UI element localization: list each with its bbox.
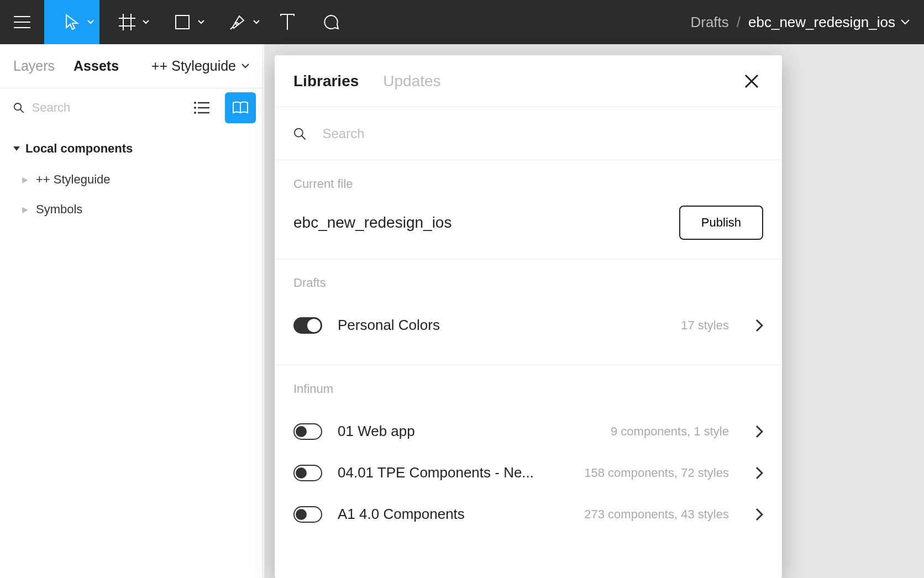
chevron-down-icon [242,64,249,69]
left-panel-tabs: Layers Assets ++ Styleguide [0,44,262,88]
svg-point-1 [14,103,21,110]
tab-updates[interactable]: Updates [383,72,440,90]
modal-search-row [275,107,782,160]
list-icon [194,102,209,114]
tree-item-label: Symbols [36,202,82,217]
svg-rect-0 [176,15,189,29]
breadcrumb-sep: / [737,14,741,31]
tree-item[interactable]: ▶ Symbols [0,195,262,224]
tab-libraries[interactable]: Libraries [293,72,359,90]
tree-item-label: ++ Styleguide [36,172,111,187]
library-meta: 158 components, 72 styles [584,466,740,480]
library-row[interactable]: 01 Web app 9 components, 1 style [293,411,763,452]
library-row[interactable]: Personal Colors 17 styles [293,304,763,346]
svg-point-5 [295,128,303,136]
frame-tool[interactable] [99,0,155,44]
chevron-right-icon: ▶ [22,175,28,184]
chevron-down-icon [143,20,149,24]
assets-search-row [0,88,262,127]
page-selector[interactable]: ++ Styleguide [151,58,249,74]
move-tool[interactable] [44,0,99,44]
chevron-right-icon [755,466,763,480]
left-panel: Layers Assets ++ Styleguide Local compon… [0,44,263,578]
section-title-label: Local components [25,141,133,156]
chevron-down-icon [87,20,94,24]
chevron-right-icon [755,425,763,438]
libraries-modal: Libraries Updates Current file ebc_new_r… [275,55,782,578]
toolbar: Drafts / ebc_new_redesign_ios [0,0,924,44]
library-toggle[interactable] [293,465,322,481]
close-button[interactable] [740,70,763,93]
comment-tool[interactable] [309,0,354,44]
menu-button[interactable] [0,0,44,44]
current-file-name: ebc_new_redesign_ios [293,214,664,232]
section-label: Current file [293,177,763,191]
text-tool[interactable] [265,0,309,44]
tab-layers[interactable]: Layers [13,58,55,74]
search-icon [13,102,24,114]
view-list-button[interactable] [186,92,217,123]
tree-item[interactable]: ▶ ++ Styleguide [0,165,262,195]
svg-point-2 [194,102,196,104]
chevron-down-icon [253,20,260,24]
chevron-right-icon [755,319,763,332]
publish-button[interactable]: Publish [679,206,763,240]
library-toggle[interactable] [293,506,322,523]
breadcrumb-root[interactable]: Drafts [690,14,728,31]
chevron-right-icon [755,508,763,521]
group-label: Drafts [293,276,763,290]
modal-body[interactable]: Current file ebc_new_redesign_ios Publis… [275,160,782,578]
tab-assets[interactable]: Assets [74,58,119,74]
chevron-right-icon: ▶ [22,205,28,214]
library-toggle[interactable] [293,423,322,440]
library-row[interactable]: 04.01 TPE Components - Ne... 158 compone… [293,452,763,493]
library-meta: 9 components, 1 style [611,424,740,439]
breadcrumb-file-label: ebc_new_redesign_ios [748,14,895,31]
library-meta: 273 components, 43 styles [584,507,740,522]
local-components-header[interactable]: Local components [0,127,262,165]
page-selector-label: ++ Styleguide [151,58,236,74]
shape-tool[interactable] [155,0,210,44]
library-row[interactable]: A1 4.0 Components 273 components, 43 sty… [293,493,763,535]
library-name: 01 Web app [338,423,415,440]
library-name: 04.01 TPE Components - Ne... [338,464,534,481]
current-file-section: Current file ebc_new_redesign_ios Publis… [275,160,782,259]
library-name: A1 4.0 Components [338,506,465,523]
view-library-button[interactable] [225,92,256,123]
close-icon [744,74,759,88]
caret-down-icon [13,146,20,151]
library-group: Infinum 01 Web app 9 components, 1 style… [275,365,782,554]
svg-point-3 [194,107,196,109]
library-toggle[interactable] [293,317,322,334]
breadcrumb-file[interactable]: ebc_new_redesign_ios [748,14,910,31]
library-name: Personal Colors [338,317,440,334]
assets-search-input[interactable] [32,101,179,115]
chevron-down-icon [901,19,910,25]
group-label: Infinum [293,382,763,396]
pen-tool[interactable] [210,0,265,44]
svg-point-4 [194,112,196,114]
breadcrumb: Drafts / ebc_new_redesign_ios [690,14,924,31]
library-group: Drafts Personal Colors 17 styles [275,259,782,365]
library-search-input[interactable] [323,126,763,141]
chevron-down-icon [198,20,204,24]
modal-header: Libraries Updates [275,55,782,107]
book-icon [232,101,249,114]
library-meta: 17 styles [681,318,740,333]
search-icon [293,127,306,140]
